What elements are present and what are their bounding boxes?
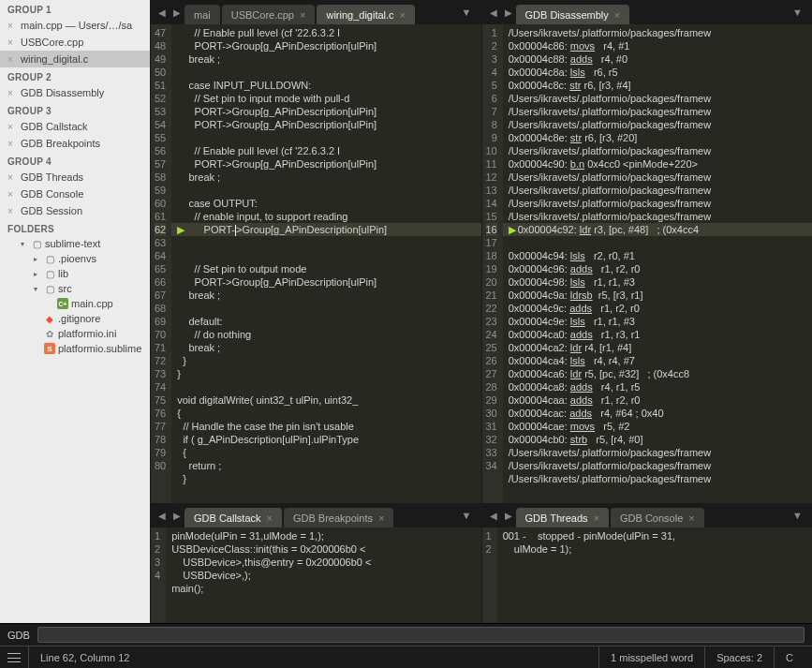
editor-pane-3: ◀▶GDB Callstack×GDB Breakpoints×▼1234pin…: [150, 503, 481, 623]
tab-next-icon[interactable]: ▶: [170, 511, 185, 521]
tab[interactable]: GDB Callstack×: [185, 508, 282, 527]
folder-icon: ▢: [31, 238, 42, 249]
tab-label: mai: [194, 9, 211, 21]
code-area[interactable]: // Enable pull level (cf '22.6.3.2 I POR…: [171, 24, 480, 503]
close-icon[interactable]: ×: [7, 21, 17, 31]
close-icon[interactable]: ×: [7, 122, 17, 132]
file-label: GDB Session: [21, 205, 82, 216]
gutter[interactable]: 1234: [151, 527, 166, 623]
close-icon[interactable]: ×: [614, 9, 620, 21]
tab-prev-icon[interactable]: ◀: [486, 7, 501, 18]
group-header: GROUP 1: [0, 0, 150, 17]
tab-next-icon[interactable]: ▶: [501, 7, 516, 18]
tab[interactable]: GDB Disassembly×: [516, 5, 630, 24]
file-label: GDB Callstack: [21, 121, 88, 132]
tree-label: platformio.sublime: [58, 343, 141, 354]
disclosure-icon[interactable]: ▸: [34, 270, 41, 278]
close-icon[interactable]: ×: [7, 189, 17, 200]
file-label: main.cpp — Users/…/sa: [21, 20, 132, 31]
tree-item[interactable]: Splatformio.sublime: [0, 341, 150, 356]
folder-icon: ▢: [44, 268, 55, 279]
tree-item[interactable]: C+main.cpp: [0, 296, 150, 311]
tab-menu-icon[interactable]: ▼: [456, 510, 478, 521]
editor-pane-2: ◀▶GDB Disassembly×▼123456789101112131415…: [481, 0, 813, 503]
tab[interactable]: USBCore.cpp×: [222, 5, 316, 24]
status-position[interactable]: Line 62, Column 12: [28, 646, 140, 668]
gutter[interactable]: 12: [482, 527, 497, 623]
disclosure-icon[interactable]: ▾: [34, 285, 41, 293]
file-label: GDB Disassembly: [21, 87, 104, 98]
close-icon[interactable]: ×: [378, 512, 384, 524]
tree-item[interactable]: ▾▢sublime-text: [0, 236, 150, 251]
status-spaces[interactable]: Spaces: 2: [704, 646, 774, 668]
close-icon[interactable]: ×: [7, 88, 17, 98]
tree-label: sublime-text: [45, 238, 100, 249]
close-icon[interactable]: ×: [267, 512, 273, 524]
tab-prev-icon[interactable]: ◀: [155, 7, 170, 18]
open-file-item[interactable]: ×GDB Session: [0, 202, 150, 219]
disclosure-icon[interactable]: ▾: [21, 240, 28, 248]
close-icon[interactable]: ×: [688, 512, 694, 524]
gdb-input[interactable]: [37, 627, 805, 643]
tab-menu-icon[interactable]: ▼: [456, 7, 478, 18]
gutter[interactable]: 1234567891011121314151617181920212223242…: [482, 24, 503, 503]
editor-pane-4: ◀▶GDB Threads×GDB Console×▼12001 - stopp…: [481, 503, 813, 623]
status-lang[interactable]: C: [774, 646, 805, 668]
open-file-item[interactable]: ×USBCore.cpp: [0, 34, 150, 51]
close-icon[interactable]: ×: [594, 512, 599, 524]
close-icon[interactable]: ×: [7, 206, 17, 216]
open-file-item[interactable]: ×main.cpp — Users/…/sa: [0, 17, 150, 34]
code-area[interactable]: /Users/ikravets/.platformio/packages/fra…: [503, 24, 812, 503]
tab[interactable]: mai: [185, 5, 220, 24]
tree-label: platformio.ini: [58, 328, 116, 339]
code-area[interactable]: pinMode(ulPin = 31,ulMode = 1,); USBDevi…: [166, 527, 480, 623]
open-file-item[interactable]: ×GDB Breakpoints: [0, 135, 150, 152]
tree-item[interactable]: ▸▢.pioenvs: [0, 251, 150, 266]
gutter[interactable]: 4748495051525354555657585960616263646566…: [151, 24, 171, 503]
tab[interactable]: GDB Console×: [611, 508, 704, 527]
tab[interactable]: GDB Breakpoints×: [284, 508, 393, 527]
gdb-command-bar: GDB: [0, 623, 812, 646]
tree-item[interactable]: ▾▢src: [0, 281, 150, 296]
open-file-item[interactable]: ×GDB Callstack: [0, 118, 150, 135]
tab-label: GDB Breakpoints: [293, 512, 373, 524]
disclosure-icon[interactable]: ▸: [34, 255, 41, 263]
file-label: GDB Console: [21, 188, 83, 200]
tree-item[interactable]: ◆.gitignore: [0, 311, 150, 326]
open-file-item[interactable]: ×wiring_digital.c: [0, 51, 150, 67]
tab-prev-icon[interactable]: ◀: [155, 511, 170, 521]
folder-icon: ▢: [44, 283, 55, 294]
open-file-item[interactable]: ×GDB Console: [0, 186, 150, 202]
tree-label: lib: [58, 268, 68, 279]
code-area[interactable]: 001 - stopped - pinMode(ulPin = 31, ulMo…: [497, 527, 812, 623]
tab-label: GDB Threads: [525, 512, 588, 524]
tab-label: GDB Disassembly: [525, 9, 609, 21]
group-header: GROUP 4: [0, 152, 150, 169]
tab-label: GDB Callstack: [194, 512, 261, 524]
tree-label: .pioenvs: [58, 253, 96, 264]
tab-menu-icon[interactable]: ▼: [787, 7, 808, 18]
tab-label: wiring_digital.c: [326, 9, 393, 21]
tab-prev-icon[interactable]: ◀: [486, 511, 501, 521]
group-header: GROUP 3: [0, 101, 150, 118]
menu-icon[interactable]: [7, 653, 21, 662]
statusbar: Line 62, Column 12 1 misspelled word Spa…: [0, 646, 812, 668]
close-icon[interactable]: ×: [300, 9, 305, 21]
open-file-item[interactable]: ×GDB Threads: [0, 169, 150, 186]
close-icon[interactable]: ×: [7, 54, 17, 65]
close-icon[interactable]: ×: [7, 172, 17, 183]
open-file-item[interactable]: ×GDB Disassembly: [0, 84, 150, 101]
close-icon[interactable]: ×: [400, 9, 406, 21]
close-icon[interactable]: ×: [7, 139, 17, 149]
tab-next-icon[interactable]: ▶: [501, 511, 516, 521]
tree-item[interactable]: ✿platformio.ini: [0, 326, 150, 341]
tab[interactable]: GDB Threads×: [516, 508, 610, 527]
close-icon[interactable]: ×: [7, 37, 17, 48]
tab-menu-icon[interactable]: ▼: [787, 510, 808, 521]
tree-item[interactable]: ▸▢lib: [0, 266, 150, 281]
editor-pane-1: ◀▶maiUSBCore.cpp×wiring_digital.c×▼47484…: [150, 0, 481, 503]
status-spell[interactable]: 1 misspelled word: [598, 646, 704, 668]
tab-next-icon[interactable]: ▶: [170, 7, 185, 18]
folders-header: FOLDERS: [0, 219, 150, 236]
tab[interactable]: wiring_digital.c×: [317, 5, 415, 24]
